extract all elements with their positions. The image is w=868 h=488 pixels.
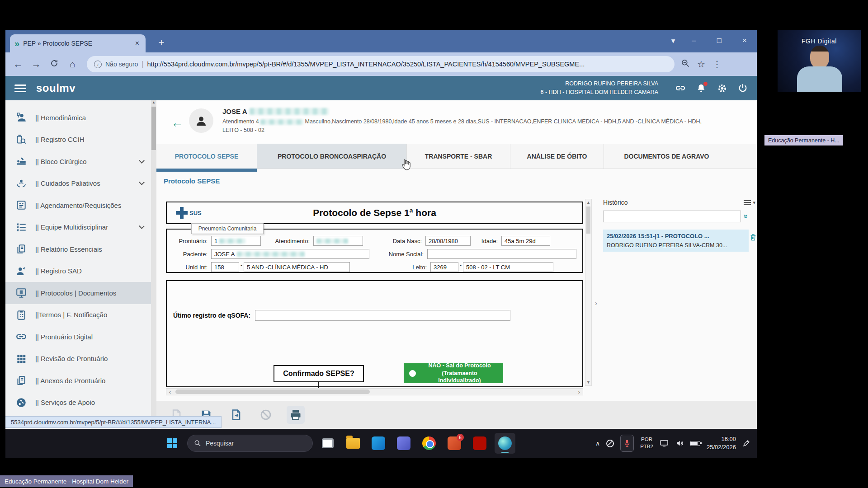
scrollbar-thumb[interactable]: [151, 107, 156, 150]
power-logout-icon[interactable]: [732, 83, 753, 93]
sidebar-item-protocolos-documentos[interactable]: || Protocolos | Documentos: [5, 282, 156, 304]
pen-input-icon[interactable]: [742, 439, 750, 447]
presenter-shoulders: [797, 66, 842, 92]
menu-hamburger-icon[interactable]: [14, 83, 26, 94]
volume-icon[interactable]: [675, 439, 684, 447]
powerpoint-icon[interactable]: 6: [444, 433, 465, 454]
print-icon[interactable]: [287, 406, 305, 424]
sidebar-scrollbar[interactable]: ▲: [151, 100, 156, 429]
tray-chevron-icon[interactable]: ∧: [595, 440, 600, 447]
reload-icon[interactable]: [45, 59, 63, 70]
scroll-down-icon[interactable]: ▼: [585, 380, 591, 385]
sidebar-item-agendamento[interactable]: || Agendamento/Requisições: [5, 194, 156, 216]
tab-close-icon[interactable]: ×: [133, 39, 141, 47]
caret-down-icon[interactable]: ▾: [753, 200, 755, 206]
tab-analise-obito[interactable]: ANÁLISE DE ÓBITO: [510, 144, 604, 169]
sidebar-item-registro-sad[interactable]: || Registro SAD: [5, 260, 156, 282]
historico-search-input[interactable]: [603, 211, 741, 222]
hscroll-thumb[interactable]: [175, 389, 370, 394]
unid-int-code-input[interactable]: 158: [211, 262, 239, 272]
url-text[interactable]: http://5534prd.cloudmv.com.br/mvpep/5/pt…: [147, 61, 585, 68]
export-document-icon[interactable]: [227, 406, 245, 424]
sidebar-item-hemodinamica[interactable]: || Hemodinâmica: [5, 107, 156, 129]
sidebar-item-equipe-multidisciplinar[interactable]: || Equipe Multidisciplinar: [5, 216, 156, 239]
horizontal-scrollbar[interactable]: ‹ ›: [166, 388, 583, 395]
file-explorer-icon[interactable]: [343, 433, 363, 454]
scroll-left-icon[interactable]: ‹: [166, 389, 174, 395]
notifications-bell-icon[interactable]: [691, 83, 712, 93]
tab-documentos-agravo[interactable]: DOCUMENTOS DE AGRAVO: [604, 144, 729, 169]
sidebar-item-servicos-apoio[interactable]: || Serviços de Apoio: [5, 392, 156, 414]
unid-int-desc-input[interactable]: 5 AND -CLÍNICA MÉDICA - HD: [244, 262, 350, 272]
task-view-icon[interactable]: [317, 433, 338, 454]
back-icon[interactable]: ←: [9, 59, 27, 70]
scroll-up-icon[interactable]: ▲: [151, 100, 156, 104]
tab-protocolo-broncoaspiracao[interactable]: PROTOCOLO BRONCOASPIRAÇÃO: [257, 144, 407, 169]
double-chevron-icon[interactable]: »: [741, 214, 750, 218]
sidebar-item-prontuario-digital[interactable]: || Prontuário Digital: [5, 326, 156, 348]
browser-tab[interactable]: » PEP » Protocolo SEPSE ×: [10, 34, 146, 52]
tab-transporte-sbar[interactable]: TRANSPORTE - SBAR: [407, 144, 510, 169]
radio-icon[interactable]: [409, 370, 416, 377]
link-shortcut-icon[interactable]: [670, 83, 691, 94]
cancel-icon[interactable]: [257, 406, 275, 424]
atendimento-input[interactable]: [313, 236, 363, 246]
nao-option-box[interactable]: NÃO - Sai do Protocolo (Tratamaento Indi…: [404, 363, 503, 383]
language-indicator[interactable]: POR PTB2: [640, 436, 653, 450]
chevron-down-icon[interactable]: [139, 158, 145, 164]
outlook-icon[interactable]: [368, 433, 389, 454]
battery-icon[interactable]: [690, 441, 700, 446]
webcam-video-tile[interactable]: FGH Digital: [778, 30, 861, 92]
forward-icon[interactable]: →: [27, 59, 45, 70]
tab-protocolo-sepse[interactable]: PROTOCOLO SEPSE: [156, 144, 257, 169]
trash-icon[interactable]: [750, 233, 757, 243]
window-close-button[interactable]: ×: [737, 33, 752, 48]
leito-code-input[interactable]: 3269: [430, 262, 458, 272]
zoom-out-icon[interactable]: [681, 59, 690, 70]
prontuario-input[interactable]: 1: [211, 236, 261, 246]
browser-menu-icon[interactable]: ⋮: [712, 59, 722, 70]
nome-social-input[interactable]: [427, 249, 576, 259]
vscroll-thumb[interactable]: [586, 206, 590, 234]
back-arrow-icon[interactable]: ←: [171, 116, 184, 130]
chevron-down-icon[interactable]: [139, 223, 145, 229]
acrobat-icon[interactable]: [469, 433, 490, 454]
sidebar-item-registro-ccih[interactable]: || Registro CCIH: [5, 129, 156, 151]
start-button[interactable]: [167, 438, 177, 448]
vertical-scrollbar[interactable]: ▲ ▼: [585, 199, 592, 386]
sidebar-item-cuidados-paliativos[interactable]: || Cuidados Paliativos: [5, 173, 156, 195]
microphone-indicator[interactable]: [620, 435, 634, 452]
bookmark-star-icon[interactable]: ☆: [697, 59, 705, 70]
tab-search-caret-icon[interactable]: ▾: [665, 33, 681, 48]
window-minimize-button[interactable]: –: [686, 33, 702, 48]
sidebar-item-bloco-cirurgico[interactable]: || Bloco Cirúrgico: [5, 150, 156, 173]
data-nasc-input[interactable]: 28/08/1980: [425, 236, 471, 246]
cast-screen-icon[interactable]: [660, 440, 669, 447]
leito-desc-input[interactable]: 508 - 02 - LT CM: [463, 262, 553, 272]
address-bar[interactable]: i Não seguro | http://5534prd.cloudmv.co…: [87, 56, 675, 72]
scroll-right-icon[interactable]: ›: [576, 389, 583, 395]
settings-gear-icon[interactable]: [712, 83, 732, 94]
site-info-icon[interactable]: i: [94, 61, 102, 68]
active-browser-icon[interactable]: [495, 433, 515, 454]
qsofa-input[interactable]: [255, 310, 510, 321]
sidebar-item-revisao-prontuario[interactable]: || Revisão de Prontuário: [5, 348, 156, 370]
list-menu-icon[interactable]: ▾: [744, 199, 755, 206]
chevron-down-icon[interactable]: [139, 179, 145, 185]
window-maximize-button[interactable]: □: [712, 33, 727, 48]
historico-entry[interactable]: 25/02/2026 15:51-|1 - PROTOCOLO ... RODR…: [603, 230, 749, 252]
new-tab-button[interactable]: +: [155, 37, 168, 48]
home-icon[interactable]: ⌂: [63, 59, 81, 70]
sidebar-item-relatorio-essenciais[interactable]: || Relatório Essenciais: [5, 238, 156, 260]
sidebar-item-termos-notificacao[interactable]: ||Termos | F. Notificação: [5, 304, 156, 326]
teams-icon[interactable]: [393, 433, 414, 454]
taskbar-clock[interactable]: 16:00 25/02/2026: [707, 435, 736, 451]
taskbar-search[interactable]: Pesquisar: [187, 435, 313, 452]
paciente-input[interactable]: JOSE A: [211, 249, 369, 259]
do-not-disturb-icon[interactable]: [606, 440, 614, 447]
idade-input[interactable]: 45a 5m 29d: [501, 236, 550, 246]
scroll-up-icon[interactable]: ▲: [585, 200, 591, 205]
chrome-icon[interactable]: [419, 433, 439, 454]
sidebar-item-anexos-prontuario[interactable]: || Anexos de Prontuário: [5, 370, 156, 392]
panel-expander-icon[interactable]: ›: [595, 299, 597, 307]
